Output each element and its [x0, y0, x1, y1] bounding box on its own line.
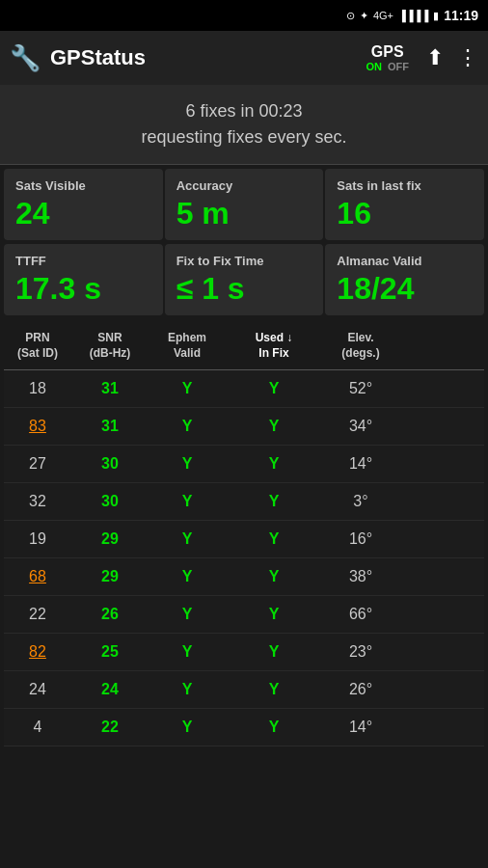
- table-row: 24 24 Y Y 26°: [4, 671, 484, 709]
- sat-ephem: Y: [149, 521, 226, 557]
- sat-used: Y: [226, 558, 322, 595]
- sat-snr: 25: [71, 634, 149, 670]
- table-row: 32 30 Y Y 3°: [4, 483, 484, 521]
- table-row: 18 31 Y Y 52°: [4, 370, 484, 408]
- header-used-in-fix[interactable]: Used ↓In Fix: [226, 323, 322, 368]
- table-row: 82 25 Y Y 23°: [4, 634, 484, 671]
- sat-prn: 83: [4, 408, 71, 445]
- sat-ephem: Y: [149, 408, 226, 445]
- sat-elev: 16°: [322, 521, 399, 557]
- sat-used: Y: [226, 483, 322, 520]
- sats-last-fix-label: Sats in last fix: [337, 178, 473, 193]
- sat-elev: 26°: [322, 671, 399, 708]
- sat-snr: 26: [71, 596, 149, 633]
- status-icons: ⊙ ✦ 4G+ ▐▐▐▐ ▮ 11:19: [346, 8, 478, 23]
- sat-used: Y: [226, 521, 322, 557]
- accuracy-card: Accuracy 5 m: [165, 169, 324, 240]
- location-icon: ⊙: [346, 10, 355, 22]
- sat-ephem: Y: [149, 634, 226, 670]
- ttff-card: TTFF 17.3 s: [4, 244, 163, 315]
- sats-last-fix-card: Sats in last fix 16: [325, 169, 484, 240]
- sat-snr: 29: [71, 558, 149, 595]
- sat-prn: 68: [4, 558, 71, 595]
- signal-icon: ▐▐▐▐: [398, 10, 428, 21]
- sat-elev: 34°: [322, 408, 399, 445]
- bluetooth-icon: ✦: [360, 10, 368, 22]
- sat-ephem: Y: [149, 446, 226, 482]
- sat-snr: 30: [71, 483, 149, 520]
- clock: 11:19: [444, 8, 478, 23]
- sat-snr: 31: [71, 408, 149, 445]
- sats-visible-card: Sats Visible 24: [4, 169, 163, 240]
- almanac-valid-value: 18/24: [337, 272, 473, 306]
- gps-label: GPS: [371, 43, 404, 61]
- sat-prn: 4: [4, 709, 71, 746]
- sats-last-fix-value: 16: [337, 197, 473, 231]
- sats-visible-label: Sats Visible: [15, 178, 151, 193]
- sat-elev: 14°: [322, 709, 399, 746]
- gps-toggle[interactable]: GPS ON OFF: [366, 43, 410, 72]
- sat-ephem: Y: [149, 370, 226, 407]
- gps-on-button[interactable]: ON: [366, 61, 383, 72]
- fix-to-fix-card: Fix to Fix Time ≤ 1 s: [165, 244, 324, 315]
- sat-used: Y: [226, 709, 322, 746]
- sat-elev: 52°: [322, 370, 399, 407]
- header-prn: PRN(Sat ID): [4, 323, 71, 368]
- network-icon: 4G+: [373, 10, 393, 21]
- sat-elev: 38°: [322, 558, 399, 595]
- sat-prn: 22: [4, 596, 71, 633]
- sat-table: PRN(Sat ID) SNR(dB-Hz) EphemValid Used ↓…: [4, 323, 484, 746]
- ttff-value: 17.3 s: [15, 272, 151, 306]
- menu-icon[interactable]: ⋮: [457, 45, 478, 70]
- sat-prn: 18: [4, 370, 71, 407]
- sat-prn: 82: [4, 634, 71, 670]
- sat-used: Y: [226, 370, 322, 407]
- sat-elev: 14°: [322, 446, 399, 482]
- sat-ephem: Y: [149, 483, 226, 520]
- gps-off-button[interactable]: OFF: [388, 61, 409, 72]
- app-icon: 🔧: [10, 43, 41, 73]
- share-icon[interactable]: ⬆: [426, 45, 444, 70]
- sat-ephem: Y: [149, 596, 226, 633]
- header-snr: SNR(dB-Hz): [71, 323, 149, 368]
- fix-to-fix-label: Fix to Fix Time: [176, 254, 312, 268]
- status-bar: ⊙ ✦ 4G+ ▐▐▐▐ ▮ 11:19: [0, 0, 488, 31]
- top-bar: 🔧 GPStatus GPS ON OFF ⬆ ⋮: [0, 31, 488, 85]
- top-bar-actions: ⬆ ⋮: [426, 45, 478, 70]
- sat-table-header: PRN(Sat ID) SNR(dB-Hz) EphemValid Used ↓…: [4, 323, 484, 369]
- header-elev: Elev.(degs.): [322, 323, 399, 368]
- sat-prn: 19: [4, 521, 71, 557]
- fix-interval-text: requesting fixes every sec.: [141, 127, 346, 147]
- sat-snr: 31: [71, 370, 149, 407]
- sat-ephem: Y: [149, 709, 226, 746]
- fix-to-fix-value: ≤ 1 s: [176, 272, 312, 306]
- table-row: 83 31 Y Y 34°: [4, 408, 484, 446]
- table-row: 4 22 Y Y 14°: [4, 709, 484, 746]
- sat-used: Y: [226, 446, 322, 482]
- table-row: 22 26 Y Y 66°: [4, 596, 484, 634]
- sat-elev: 23°: [322, 634, 399, 670]
- sat-prn: 32: [4, 483, 71, 520]
- ttff-label: TTFF: [15, 254, 151, 268]
- stats-row-1: Sats Visible 24 Accuracy 5 m Sats in las…: [0, 165, 488, 242]
- sat-elev: 66°: [322, 596, 399, 633]
- sat-elev: 3°: [322, 483, 399, 520]
- sat-snr: 29: [71, 521, 149, 557]
- header-ephem: EphemValid: [149, 323, 226, 368]
- table-row: 19 29 Y Y 16°: [4, 521, 484, 558]
- almanac-valid-card: Almanac Valid 18/24: [325, 244, 484, 315]
- sat-ephem: Y: [149, 671, 226, 708]
- fix-count-text: 6 fixes in 00:23: [185, 101, 302, 121]
- sat-snr: 30: [71, 446, 149, 482]
- fix-banner: 6 fixes in 00:23 requesting fixes every …: [0, 85, 488, 165]
- sat-prn: 27: [4, 446, 71, 482]
- sats-visible-value: 24: [15, 197, 151, 231]
- sat-snr: 24: [71, 671, 149, 708]
- table-row: 68 29 Y Y 38°: [4, 558, 484, 596]
- sat-used: Y: [226, 671, 322, 708]
- sat-used: Y: [226, 634, 322, 670]
- stats-row-2: TTFF 17.3 s Fix to Fix Time ≤ 1 s Almana…: [0, 242, 488, 319]
- sat-used: Y: [226, 408, 322, 445]
- battery-icon: ▮: [433, 10, 439, 22]
- sat-prn: 24: [4, 671, 71, 708]
